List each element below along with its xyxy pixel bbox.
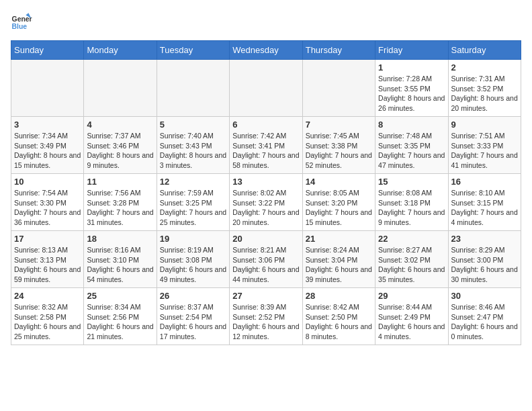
day-number: 24	[14, 291, 81, 301]
weekday-header: Saturday	[448, 41, 521, 60]
calendar-cell: 7Sunrise: 7:45 AM Sunset: 3:38 PM Daylig…	[302, 117, 375, 174]
day-number: 8	[378, 120, 445, 130]
day-info: Sunrise: 7:48 AM Sunset: 3:35 PM Dayligh…	[378, 131, 445, 171]
day-number: 11	[87, 177, 153, 187]
calendar-cell: 14Sunrise: 8:05 AM Sunset: 3:20 PM Dayli…	[302, 174, 375, 231]
week-row: 17Sunrise: 8:13 AM Sunset: 3:13 PM Dayli…	[11, 231, 521, 288]
day-info: Sunrise: 7:31 AM Sunset: 3:52 PM Dayligh…	[451, 74, 518, 113]
calendar-table: SundayMondayTuesdayWednesdayThursdayFrid…	[11, 40, 521, 345]
day-number: 14	[306, 177, 372, 187]
day-info: Sunrise: 8:27 AM Sunset: 3:02 PM Dayligh…	[378, 245, 445, 285]
day-number: 15	[378, 177, 445, 187]
calendar-cell	[230, 60, 302, 117]
calendar-cell: 30Sunrise: 8:46 AM Sunset: 2:47 PM Dayli…	[448, 288, 521, 345]
calendar-cell: 3Sunrise: 7:34 AM Sunset: 3:49 PM Daylig…	[11, 117, 84, 174]
day-number: 18	[87, 234, 153, 244]
day-info: Sunrise: 7:40 AM Sunset: 3:43 PM Dayligh…	[160, 131, 226, 171]
calendar-cell: 10Sunrise: 7:54 AM Sunset: 3:30 PM Dayli…	[11, 174, 84, 231]
calendar-cell: 24Sunrise: 8:32 AM Sunset: 2:58 PM Dayli…	[11, 288, 84, 345]
day-info: Sunrise: 8:08 AM Sunset: 3:18 PM Dayligh…	[378, 188, 445, 228]
day-info: Sunrise: 8:37 AM Sunset: 2:54 PM Dayligh…	[160, 302, 226, 342]
calendar-cell	[84, 60, 157, 117]
day-info: Sunrise: 7:42 AM Sunset: 3:41 PM Dayligh…	[232, 131, 299, 171]
weekday-header: Tuesday	[157, 41, 229, 60]
calendar-cell: 6Sunrise: 7:42 AM Sunset: 3:41 PM Daylig…	[230, 117, 302, 174]
calendar-cell: 25Sunrise: 8:34 AM Sunset: 2:56 PM Dayli…	[84, 288, 157, 345]
day-info: Sunrise: 8:32 AM Sunset: 2:58 PM Dayligh…	[14, 302, 81, 342]
day-info: Sunrise: 7:59 AM Sunset: 3:25 PM Dayligh…	[160, 188, 226, 228]
day-info: Sunrise: 8:29 AM Sunset: 3:00 PM Dayligh…	[451, 245, 518, 285]
calendar-cell	[157, 60, 229, 117]
calendar-cell: 13Sunrise: 8:02 AM Sunset: 3:22 PM Dayli…	[230, 174, 302, 231]
day-number: 4	[87, 120, 153, 130]
day-number: 20	[232, 234, 299, 244]
calendar-cell: 15Sunrise: 8:08 AM Sunset: 3:18 PM Dayli…	[375, 174, 448, 231]
svg-text:Blue: Blue	[12, 23, 28, 30]
calendar-cell: 18Sunrise: 8:16 AM Sunset: 3:10 PM Dayli…	[84, 231, 157, 288]
day-info: Sunrise: 7:34 AM Sunset: 3:49 PM Dayligh…	[14, 131, 81, 171]
day-number: 7	[306, 120, 372, 130]
calendar-cell: 5Sunrise: 7:40 AM Sunset: 3:43 PM Daylig…	[157, 117, 229, 174]
day-info: Sunrise: 8:46 AM Sunset: 2:47 PM Dayligh…	[451, 302, 518, 342]
calendar-cell: 1Sunrise: 7:28 AM Sunset: 3:55 PM Daylig…	[375, 60, 448, 117]
day-number: 27	[232, 291, 299, 301]
day-number: 25	[87, 291, 153, 301]
calendar-cell: 12Sunrise: 7:59 AM Sunset: 3:25 PM Dayli…	[157, 174, 229, 231]
day-number: 1	[378, 62, 445, 73]
day-info: Sunrise: 8:10 AM Sunset: 3:15 PM Dayligh…	[451, 188, 518, 228]
calendar-cell: 23Sunrise: 8:29 AM Sunset: 3:00 PM Dayli…	[448, 231, 521, 288]
day-info: Sunrise: 8:21 AM Sunset: 3:06 PM Dayligh…	[232, 245, 299, 285]
day-number: 21	[306, 234, 372, 244]
calendar-cell	[302, 60, 375, 117]
day-number: 9	[451, 120, 518, 130]
day-info: Sunrise: 7:54 AM Sunset: 3:30 PM Dayligh…	[14, 188, 81, 228]
day-number: 17	[14, 234, 81, 244]
week-row: 1Sunrise: 7:28 AM Sunset: 3:55 PM Daylig…	[11, 60, 521, 117]
day-number: 16	[451, 177, 518, 187]
calendar-cell: 20Sunrise: 8:21 AM Sunset: 3:06 PM Dayli…	[230, 231, 302, 288]
day-info: Sunrise: 8:44 AM Sunset: 2:49 PM Dayligh…	[378, 302, 445, 342]
day-number: 12	[160, 177, 226, 187]
weekday-header: Friday	[375, 41, 448, 60]
day-info: Sunrise: 7:51 AM Sunset: 3:33 PM Dayligh…	[451, 131, 518, 171]
day-number: 30	[451, 291, 518, 301]
day-info: Sunrise: 8:39 AM Sunset: 2:52 PM Dayligh…	[232, 302, 299, 342]
day-number: 10	[14, 177, 81, 187]
day-number: 3	[14, 120, 81, 130]
day-info: Sunrise: 8:13 AM Sunset: 3:13 PM Dayligh…	[14, 245, 81, 285]
logo-icon: General Blue	[11, 11, 32, 32]
weekday-header: Thursday	[302, 41, 375, 60]
day-info: Sunrise: 8:16 AM Sunset: 3:10 PM Dayligh…	[87, 245, 153, 285]
day-number: 29	[378, 291, 445, 301]
calendar-cell: 11Sunrise: 7:56 AM Sunset: 3:28 PM Dayli…	[84, 174, 157, 231]
day-info: Sunrise: 8:34 AM Sunset: 2:56 PM Dayligh…	[87, 302, 153, 342]
logo: General Blue	[11, 11, 32, 32]
week-row: 24Sunrise: 8:32 AM Sunset: 2:58 PM Dayli…	[11, 288, 521, 345]
calendar-cell: 28Sunrise: 8:42 AM Sunset: 2:50 PM Dayli…	[302, 288, 375, 345]
day-info: Sunrise: 7:56 AM Sunset: 3:28 PM Dayligh…	[87, 188, 153, 228]
page-header: General Blue	[11, 11, 521, 32]
calendar-cell: 27Sunrise: 8:39 AM Sunset: 2:52 PM Dayli…	[230, 288, 302, 345]
day-info: Sunrise: 7:37 AM Sunset: 3:46 PM Dayligh…	[87, 131, 153, 171]
day-number: 26	[160, 291, 226, 301]
day-info: Sunrise: 8:02 AM Sunset: 3:22 PM Dayligh…	[232, 188, 299, 228]
day-number: 23	[451, 234, 518, 244]
day-info: Sunrise: 8:19 AM Sunset: 3:08 PM Dayligh…	[160, 245, 226, 285]
day-number: 6	[232, 120, 299, 130]
day-number: 2	[451, 62, 518, 73]
calendar-cell: 8Sunrise: 7:48 AM Sunset: 3:35 PM Daylig…	[375, 117, 448, 174]
day-info: Sunrise: 8:42 AM Sunset: 2:50 PM Dayligh…	[306, 302, 372, 342]
day-info: Sunrise: 7:28 AM Sunset: 3:55 PM Dayligh…	[378, 74, 445, 113]
calendar-cell: 19Sunrise: 8:19 AM Sunset: 3:08 PM Dayli…	[157, 231, 229, 288]
day-number: 19	[160, 234, 226, 244]
day-number: 22	[378, 234, 445, 244]
weekday-header: Monday	[84, 41, 157, 60]
weekday-header-row: SundayMondayTuesdayWednesdayThursdayFrid…	[11, 41, 521, 60]
calendar-cell	[11, 60, 84, 117]
day-number: 5	[160, 120, 226, 130]
calendar-cell: 9Sunrise: 7:51 AM Sunset: 3:33 PM Daylig…	[448, 117, 521, 174]
day-number: 28	[306, 291, 372, 301]
weekday-header: Wednesday	[230, 41, 302, 60]
calendar-cell: 2Sunrise: 7:31 AM Sunset: 3:52 PM Daylig…	[448, 60, 521, 117]
calendar-cell: 22Sunrise: 8:27 AM Sunset: 3:02 PM Dayli…	[375, 231, 448, 288]
